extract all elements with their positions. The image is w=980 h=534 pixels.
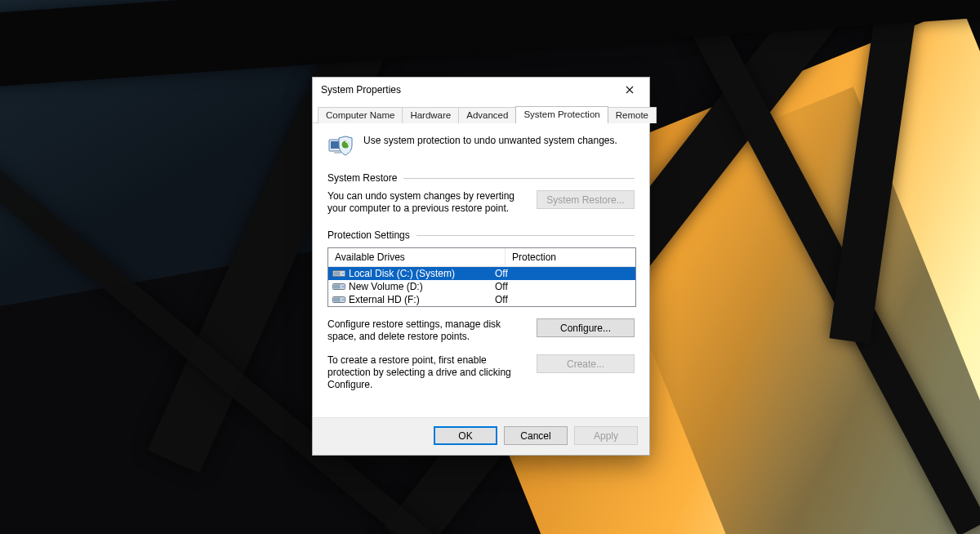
drive-name: New Volume (D:) — [349, 281, 423, 292]
create-button[interactable]: Create... — [537, 354, 635, 373]
drive-name: External HD (F:) — [349, 294, 420, 305]
cancel-button[interactable]: Cancel — [504, 426, 568, 445]
close-icon — [626, 86, 634, 94]
svg-rect-11 — [334, 298, 341, 302]
drive-icon — [332, 269, 345, 278]
system-restore-description: You can undo system changes by reverting… — [327, 190, 523, 215]
drives-listview[interactable]: Available Drives Protection Local Disk (… — [327, 247, 636, 307]
dialog-content: Use system protection to undo unwanted s… — [313, 123, 649, 417]
drive-protection: Off — [495, 281, 632, 292]
create-description: To create a restore point, first enable … — [327, 354, 523, 391]
apply-button[interactable]: Apply — [574, 426, 638, 445]
close-button[interactable] — [612, 78, 648, 101]
svg-rect-5 — [334, 272, 341, 276]
svg-point-9 — [342, 286, 344, 287]
configure-description: Configure restore settings, manage disk … — [327, 318, 523, 343]
drive-icon — [332, 295, 345, 305]
system-restore-button[interactable]: System Restore... — [537, 190, 635, 209]
svg-rect-8 — [334, 285, 341, 289]
dialog-footer: OK Cancel Apply — [313, 417, 649, 455]
drive-row[interactable]: Local Disk (C:) (System)Off — [328, 267, 635, 280]
group-system-restore: System Restore You can undo system chang… — [327, 172, 635, 215]
drive-protection: Off — [495, 294, 632, 305]
column-protection[interactable]: Protection — [506, 248, 635, 266]
svg-rect-2 — [334, 151, 341, 154]
svg-point-6 — [342, 273, 344, 274]
tab-remote[interactable]: Remote — [608, 107, 657, 123]
system-protection-icon — [327, 133, 355, 158]
svg-point-12 — [342, 299, 344, 300]
configure-button[interactable]: Configure... — [537, 318, 635, 337]
tab-hardware[interactable]: Hardware — [402, 107, 459, 123]
drive-icon — [332, 282, 345, 291]
drive-protection: Off — [495, 268, 632, 279]
drive-row[interactable]: External HD (F:)Off — [328, 293, 635, 306]
window-title: System Properties — [321, 84, 612, 96]
drive-name: Local Disk (C:) (System) — [349, 268, 455, 279]
desktop-background: System Properties Computer Name Hardware… — [0, 0, 980, 534]
tabstrip: Computer Name Hardware Advanced System P… — [313, 102, 649, 123]
intro-text: Use system protection to undo unwanted s… — [363, 133, 617, 146]
system-properties-dialog: System Properties Computer Name Hardware… — [312, 77, 650, 456]
titlebar[interactable]: System Properties — [313, 78, 649, 102]
group-title-protection-settings: Protection Settings — [327, 229, 410, 241]
group-title-system-restore: System Restore — [327, 172, 397, 184]
drive-row[interactable]: New Volume (D:)Off — [328, 280, 635, 293]
listview-body: Local Disk (C:) (System)OffNew Volume (D… — [328, 267, 635, 306]
listview-header: Available Drives Protection — [328, 248, 635, 267]
tab-system-protection[interactable]: System Protection — [515, 106, 608, 123]
ok-button[interactable]: OK — [434, 426, 497, 445]
group-protection-settings: Protection Settings Available Drives Pro… — [327, 229, 635, 391]
tab-advanced[interactable]: Advanced — [458, 107, 516, 123]
tab-computer-name[interactable]: Computer Name — [318, 107, 403, 123]
column-available-drives[interactable]: Available Drives — [328, 248, 506, 266]
